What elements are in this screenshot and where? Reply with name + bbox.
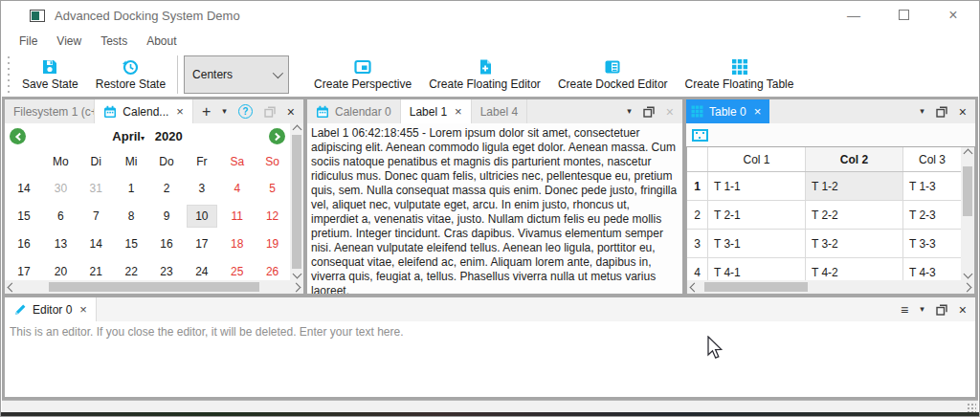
restore-state-button[interactable]: Restore State — [87, 54, 174, 96]
scrollbar-handle[interactable] — [963, 166, 972, 216]
tab-menu-chevron-icon[interactable]: ▾ — [920, 107, 924, 116]
scroll-right-icon[interactable] — [963, 282, 972, 292]
menu-tests[interactable]: Tests — [91, 33, 137, 50]
calendar-day[interactable]: 2 — [149, 182, 185, 195]
editor-textarea[interactable]: This is an editor. If you close the edit… — [5, 321, 975, 397]
calendar-day[interactable]: 11 — [219, 209, 255, 223]
table-cell[interactable]: T 4-1 — [708, 258, 806, 280]
calendar-day[interactable]: 25 — [219, 265, 255, 278]
calendar-day[interactable]: 22 — [114, 265, 149, 278]
tab-close-icon[interactable]: × — [78, 303, 87, 316]
column-header[interactable]: Col 2 — [806, 147, 903, 171]
table-vertical-scrollbar[interactable] — [961, 147, 974, 280]
tab-table-0[interactable]: Table 0 × — [686, 99, 769, 123]
tab-menu-chevron-icon[interactable]: ▾ — [222, 107, 227, 116]
table-cell[interactable]: T 1-2 — [806, 172, 903, 200]
calendar-vertical-scrollbar[interactable] — [290, 123, 303, 280]
row-header[interactable]: 3 — [687, 230, 708, 257]
calendar-day[interactable]: 7 — [78, 209, 114, 223]
tab-filesystem-1[interactable]: Filesystem 1 (c+ m... — [5, 99, 95, 123]
table-cell[interactable]: T 3-3 — [903, 230, 961, 257]
tab-calendar-1[interactable]: Calend... × — [95, 99, 193, 123]
calendar-day[interactable]: 20 — [43, 265, 78, 278]
calendar-day[interactable]: 30 — [43, 182, 78, 195]
calendar-month[interactable]: April — [112, 129, 141, 143]
calendar-day[interactable]: 24 — [184, 265, 219, 278]
tab-calendar-0[interactable]: Calendar 0 — [307, 99, 401, 123]
close-button[interactable]: × — [945, 7, 962, 24]
minimize-button[interactable]: — — [845, 8, 862, 23]
resize-grip[interactable] — [967, 403, 976, 412]
row-header[interactable]: 4 — [687, 258, 708, 280]
calendar-horizontal-scrollbar[interactable] — [5, 280, 303, 294]
table-cell[interactable]: T 4-2 — [806, 258, 903, 280]
scroll-left-icon[interactable] — [690, 282, 700, 292]
float-dock-icon[interactable] — [643, 106, 655, 118]
calendar-year[interactable]: 2020 — [155, 129, 183, 143]
calendar-day[interactable]: 21 — [78, 265, 114, 278]
help-icon[interactable]: ? — [238, 104, 253, 119]
table-cell[interactable]: T 2-2 — [806, 201, 903, 229]
calendar-day[interactable]: 8 — [114, 209, 149, 223]
table-cell[interactable]: T 2-1 — [708, 201, 806, 229]
toolbar-drag-handle[interactable] — [5, 56, 11, 93]
create-floating-editor-button[interactable]: Create Floating Editor — [420, 54, 549, 96]
calendar-day[interactable]: 14 — [78, 237, 114, 251]
table-cell[interactable]: T 4-3 — [903, 258, 961, 280]
float-dock-icon[interactable] — [936, 304, 947, 316]
calendar-day[interactable]: 9 — [149, 209, 185, 223]
calendar-day[interactable]: 4 — [219, 182, 255, 195]
column-header[interactable]: Col 3 — [903, 147, 961, 171]
tab-label-1[interactable]: Label 1 × — [401, 99, 472, 123]
scroll-left-icon[interactable] — [8, 282, 17, 292]
calendar-prev-button[interactable] — [10, 128, 26, 144]
tab-close-icon[interactable]: × — [453, 105, 462, 118]
tab-menu-chevron-icon[interactable]: ▾ — [920, 305, 924, 314]
calendar-day[interactable]: 5 — [255, 182, 290, 195]
menu-view[interactable]: View — [47, 33, 91, 50]
scroll-right-icon[interactable] — [292, 282, 301, 292]
scroll-up-icon[interactable] — [292, 125, 301, 135]
calendar-day[interactable]: 13 — [43, 237, 78, 251]
menu-about[interactable]: About — [137, 33, 186, 50]
calendar-day[interactable]: 17 — [184, 237, 219, 251]
table-borders-icon[interactable] — [692, 129, 708, 142]
calendar-day[interactable]: 12 — [255, 209, 290, 223]
create-perspective-button[interactable]: Create Perspective — [305, 54, 420, 96]
calendar-day[interactable]: 19 — [255, 237, 290, 251]
maximize-button[interactable] — [895, 8, 912, 23]
create-floating-table-button[interactable]: Create Floating Table — [677, 54, 803, 96]
menu-file[interactable]: File — [10, 33, 47, 50]
tab-label-4[interactable]: Label 4 — [472, 99, 527, 123]
scrollbar-handle[interactable] — [49, 282, 259, 292]
editor-menu-icon[interactable]: ≡ — [901, 303, 908, 317]
float-dock-icon[interactable] — [264, 106, 276, 118]
create-docked-editor-button[interactable]: Create Docked Editor — [549, 54, 677, 96]
tab-editor-0[interactable]: Editor 0 × — [5, 297, 97, 321]
table-cell[interactable]: T 1-3 — [903, 172, 961, 200]
calendar-day[interactable]: 3 — [184, 182, 219, 195]
scroll-down-icon[interactable] — [292, 270, 301, 279]
table-cell[interactable]: T 2-3 — [903, 201, 961, 229]
calendar-day-selected[interactable]: 10 — [184, 206, 219, 227]
row-header[interactable]: 2 — [687, 201, 708, 229]
calendar-day[interactable]: 1 — [114, 182, 149, 195]
calendar-day[interactable]: 16 — [149, 237, 185, 251]
calendar-day[interactable]: 23 — [149, 265, 185, 278]
calendar-next-button[interactable] — [269, 128, 285, 144]
table-cell[interactable]: T 3-2 — [806, 230, 903, 257]
table-horizontal-scrollbar[interactable] — [687, 280, 974, 294]
scrollbar-handle[interactable] — [292, 135, 301, 269]
calendar-day[interactable]: 6 — [43, 209, 78, 223]
table-cell[interactable]: T 3-1 — [708, 230, 806, 257]
tab-close-icon[interactable]: × — [174, 105, 184, 118]
scroll-down-icon[interactable] — [963, 270, 972, 279]
scroll-up-icon[interactable] — [963, 149, 972, 159]
perspective-combobox[interactable]: Centers — [184, 55, 289, 94]
float-dock-icon[interactable] — [936, 106, 947, 118]
close-dock-icon[interactable]: × — [287, 105, 295, 119]
tab-close-icon[interactable]: × — [752, 105, 762, 118]
calendar-day[interactable]: 18 — [219, 237, 255, 251]
close-dock-icon[interactable]: × — [959, 303, 967, 317]
calendar-day[interactable]: 31 — [78, 182, 114, 195]
